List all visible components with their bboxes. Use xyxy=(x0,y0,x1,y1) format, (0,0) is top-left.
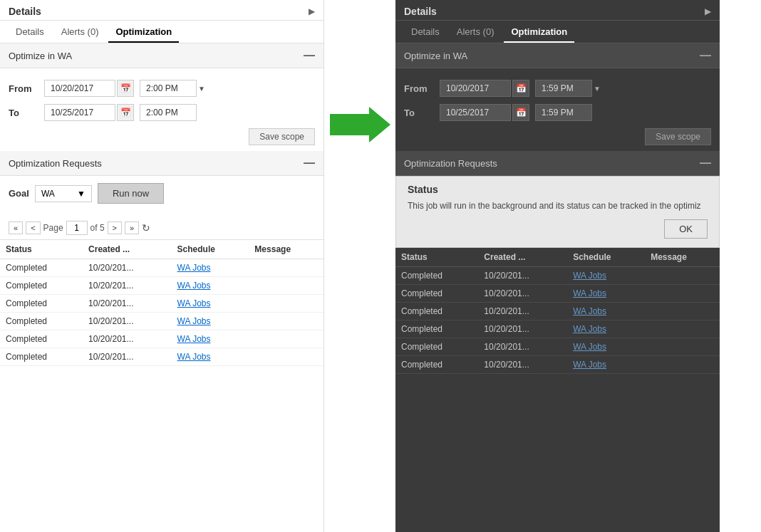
left-cell-schedule-1[interactable]: WA Jobs xyxy=(172,277,249,295)
left-tabs: Details Alerts (0) Optimization xyxy=(0,21,323,43)
right-optimize-minus-icon[interactable]: — xyxy=(700,49,711,62)
arrow-middle xyxy=(324,107,395,142)
left-first-page-button[interactable]: « xyxy=(9,221,23,234)
right-cell-schedule-0[interactable]: WA Jobs xyxy=(567,267,645,285)
right-cell-created-3: 10/20/201... xyxy=(478,320,567,338)
left-from-calendar-icon[interactable]: 📅 xyxy=(117,80,134,97)
left-cell-status-2: Completed xyxy=(0,295,83,313)
left-optimize-minus-icon[interactable]: — xyxy=(304,49,315,62)
left-cell-status-3: Completed xyxy=(0,313,83,330)
right-tab-alerts[interactable]: Alerts (0) xyxy=(450,21,502,43)
right-cell-status-2: Completed xyxy=(395,303,478,320)
right-cell-created-1: 10/20/201... xyxy=(478,285,567,303)
right-from-date-input[interactable] xyxy=(440,80,511,97)
right-link-schedule-3[interactable]: WA Jobs xyxy=(573,324,606,334)
right-cell-schedule-2[interactable]: WA Jobs xyxy=(567,303,645,320)
right-save-scope-button[interactable]: Save scope xyxy=(645,128,711,145)
left-cell-created-4: 10/20/201... xyxy=(83,330,172,348)
left-page-label: Page xyxy=(43,223,63,233)
left-to-date-input[interactable] xyxy=(44,104,115,121)
right-link-schedule-0[interactable]: WA Jobs xyxy=(573,271,606,281)
left-table-row: Completed 10/20/201... WA Jobs xyxy=(0,295,323,313)
right-col-created: Created ... xyxy=(478,248,567,267)
right-table-row: Completed 10/20/201... WA Jobs xyxy=(395,303,720,320)
right-cell-message-4 xyxy=(645,338,720,356)
left-cell-status-0: Completed xyxy=(0,259,83,277)
right-from-calendar-icon[interactable]: 📅 xyxy=(512,80,529,97)
left-cell-schedule-4[interactable]: WA Jobs xyxy=(172,330,249,348)
left-link-schedule-2[interactable]: WA Jobs xyxy=(177,298,211,308)
right-table-row: Completed 10/20/201... WA Jobs xyxy=(395,320,720,338)
right-cell-schedule-3[interactable]: WA Jobs xyxy=(567,320,645,338)
right-cell-schedule-5[interactable]: WA Jobs xyxy=(567,356,645,374)
right-ok-button[interactable]: OK xyxy=(664,219,708,239)
left-opt-requests-title: Optimization Requests xyxy=(9,158,102,169)
left-link-schedule-4[interactable]: WA Jobs xyxy=(177,334,211,344)
right-from-time-input[interactable] xyxy=(535,80,592,97)
right-opt-requests-title: Optimization Requests xyxy=(404,158,497,169)
right-optimize-section: Optimize in WA — xyxy=(395,43,720,68)
right-cell-schedule-4[interactable]: WA Jobs xyxy=(567,338,645,356)
left-refresh-icon[interactable]: ↻ xyxy=(142,222,150,234)
right-table-wrapper: Status Created ... Schedule Message Comp… xyxy=(395,248,720,532)
left-prev-page-button[interactable]: < xyxy=(26,221,40,234)
right-opt-requests-minus-icon[interactable]: — xyxy=(700,157,711,169)
left-tab-details[interactable]: Details xyxy=(9,21,51,43)
right-from-time-dropdown-icon[interactable]: ▼ xyxy=(594,85,601,93)
green-arrow xyxy=(330,107,390,142)
right-cell-schedule-1[interactable]: WA Jobs xyxy=(567,285,645,303)
right-tab-optimization[interactable]: Optimization xyxy=(504,21,574,43)
left-to-time-input[interactable] xyxy=(140,104,197,121)
left-to-calendar-icon[interactable]: 📅 xyxy=(117,104,134,121)
right-cell-message-1 xyxy=(645,285,720,303)
left-link-schedule-0[interactable]: WA Jobs xyxy=(177,263,211,273)
right-link-schedule-4[interactable]: WA Jobs xyxy=(573,342,606,352)
left-from-time-input[interactable] xyxy=(140,80,197,97)
left-from-date-input[interactable] xyxy=(44,80,115,97)
left-last-page-button[interactable]: » xyxy=(125,221,139,234)
right-col-status: Status xyxy=(395,248,478,267)
right-form-area: From 📅 ▼ To 📅 Save scope xyxy=(395,68,720,151)
left-run-now-button[interactable]: Run now xyxy=(98,183,164,204)
left-link-schedule-5[interactable]: WA Jobs xyxy=(177,352,211,362)
left-table-wrapper: Status Created ... Schedule Message Comp… xyxy=(0,240,323,532)
right-opt-requests-section: Optimization Requests — xyxy=(395,151,720,176)
left-save-scope-button[interactable]: Save scope xyxy=(249,128,315,145)
left-panel-title: Details xyxy=(9,6,41,17)
right-link-schedule-1[interactable]: WA Jobs xyxy=(573,288,606,298)
right-to-date-input[interactable] xyxy=(440,104,511,121)
left-cell-schedule-0[interactable]: WA Jobs xyxy=(172,259,249,277)
arrow-head xyxy=(369,107,390,142)
right-to-calendar-icon[interactable]: 📅 xyxy=(512,104,529,121)
right-cell-status-1: Completed xyxy=(395,285,478,303)
right-tabs: Details Alerts (0) Optimization xyxy=(395,21,720,43)
left-link-schedule-1[interactable]: WA Jobs xyxy=(177,281,211,291)
right-chevron-right-icon[interactable]: ▶ xyxy=(705,6,711,16)
right-tab-details[interactable]: Details xyxy=(404,21,447,43)
left-to-row: To 📅 xyxy=(9,104,315,121)
left-tab-optimization[interactable]: Optimization xyxy=(108,21,179,43)
right-link-schedule-5[interactable]: WA Jobs xyxy=(573,360,606,370)
right-link-schedule-2[interactable]: WA Jobs xyxy=(573,306,606,316)
left-cell-schedule-2[interactable]: WA Jobs xyxy=(172,295,249,313)
left-cell-schedule-5[interactable]: WA Jobs xyxy=(172,348,249,366)
left-tab-alerts[interactable]: Alerts (0) xyxy=(54,21,106,43)
left-col-created: Created ... xyxy=(83,240,172,259)
left-cell-message-1 xyxy=(249,277,323,295)
right-cell-status-3: Completed xyxy=(395,320,478,338)
left-link-schedule-3[interactable]: WA Jobs xyxy=(177,316,211,326)
left-cell-created-2: 10/20/201... xyxy=(83,295,172,313)
left-cell-schedule-3[interactable]: WA Jobs xyxy=(172,313,249,330)
left-from-time-dropdown-icon[interactable]: ▼ xyxy=(198,85,205,93)
left-col-status: Status xyxy=(0,240,83,259)
right-optimize-title: Optimize in WA xyxy=(404,51,467,61)
right-status-dialog-message: This job will run in the background and … xyxy=(408,201,708,211)
right-to-time-input[interactable] xyxy=(535,104,592,121)
right-to-label: To xyxy=(404,108,440,118)
left-next-page-button[interactable]: > xyxy=(108,221,122,234)
left-table-row: Completed 10/20/201... WA Jobs xyxy=(0,348,323,366)
left-goal-select[interactable]: WA ▼ xyxy=(35,185,92,202)
left-page-input[interactable] xyxy=(66,221,88,235)
left-chevron-right-icon[interactable]: ▶ xyxy=(309,6,315,16)
left-opt-requests-minus-icon[interactable]: — xyxy=(304,157,315,169)
